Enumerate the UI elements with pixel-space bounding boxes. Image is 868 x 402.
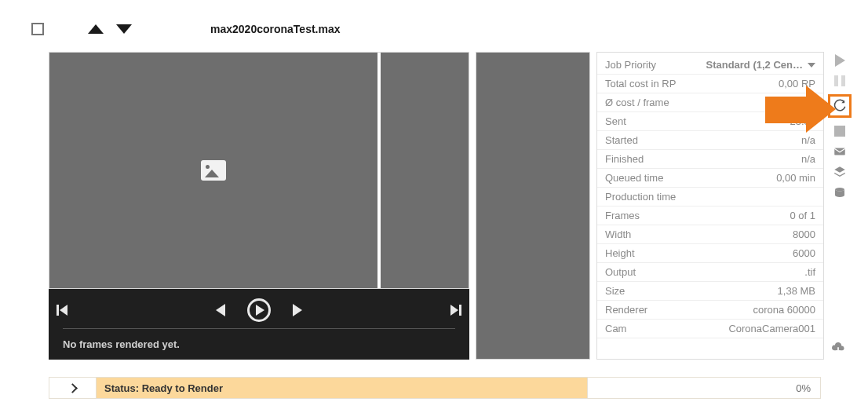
status-percent: 0% bbox=[796, 382, 811, 394]
playback-progress[interactable] bbox=[63, 328, 455, 329]
pause-job-button[interactable] bbox=[830, 72, 849, 90]
move-down-button[interactable] bbox=[116, 24, 132, 34]
preview-pane bbox=[49, 52, 469, 289]
job-filename: max2020coronaTest.max bbox=[210, 23, 341, 35]
image-placeholder-icon bbox=[201, 160, 226, 181]
info-row: Output.tif bbox=[597, 263, 823, 282]
layers-icon bbox=[833, 165, 847, 179]
preview-status-text: No frames rendered yet. bbox=[63, 338, 455, 350]
secondary-preview-pane bbox=[476, 52, 590, 360]
info-value: CoronaCamera001 bbox=[728, 323, 815, 334]
preview-side-pane bbox=[381, 53, 469, 288]
info-row: Finishedn/a bbox=[597, 150, 823, 169]
mail-icon bbox=[833, 144, 847, 159]
info-row: Startedn/a bbox=[597, 131, 823, 150]
info-label: Renderer bbox=[605, 304, 647, 316]
info-row: Frames0 of 1 bbox=[597, 206, 823, 225]
info-row: CamCoronaCamera001 bbox=[597, 320, 823, 338]
info-label: Ø cost / frame bbox=[605, 97, 669, 108]
svg-rect-0 bbox=[834, 148, 845, 155]
refresh-icon bbox=[833, 99, 847, 113]
svg-point-1 bbox=[835, 188, 844, 192]
info-value: 1,38 MB bbox=[778, 285, 815, 297]
info-value: 25:30 bbox=[790, 115, 815, 127]
info-row: Queued time0,00 min bbox=[597, 169, 823, 188]
info-row: Renderercorona 60000 bbox=[597, 301, 823, 320]
info-label: Production time bbox=[605, 191, 676, 203]
info-row: Ø cost / frameRP bbox=[597, 93, 823, 112]
disk-icon bbox=[833, 185, 847, 199]
info-label: Cam bbox=[605, 323, 626, 334]
refresh-button-highlighted[interactable] bbox=[828, 94, 852, 118]
status-bar: Status: Ready to Render 0% bbox=[49, 377, 821, 399]
info-label: Sent bbox=[605, 115, 626, 127]
download-button[interactable] bbox=[829, 339, 848, 356]
start-job-button[interactable] bbox=[830, 52, 849, 69]
info-label: Queued time bbox=[605, 172, 663, 184]
info-label: Started bbox=[605, 134, 638, 146]
info-row: Production time bbox=[597, 188, 823, 206]
dropdown-icon bbox=[808, 63, 815, 68]
job-info-panel: Job PriorityStandard (1,2 Cen…Total cost… bbox=[596, 52, 824, 360]
info-value: 0,00 min bbox=[776, 172, 815, 184]
info-label: Height bbox=[605, 247, 635, 259]
info-value: RP bbox=[801, 97, 815, 108]
status-expand-button[interactable] bbox=[49, 378, 97, 398]
info-label: Total cost in RP bbox=[605, 78, 676, 90]
next-frame-button[interactable] bbox=[293, 304, 302, 316]
info-label: Output bbox=[605, 266, 636, 278]
info-row: Job PriorityStandard (1,2 Cen… bbox=[597, 56, 823, 75]
info-value: 6000 bbox=[793, 247, 815, 259]
info-row: Total cost in RP0,00 RP bbox=[597, 75, 823, 93]
cloud-download-icon bbox=[830, 340, 846, 356]
play-button[interactable] bbox=[247, 298, 271, 322]
status-label: Status: Ready to Render bbox=[97, 378, 588, 398]
info-label: Job Priority bbox=[605, 59, 656, 71]
info-value: 0 of 1 bbox=[790, 210, 815, 221]
info-row: Sent25:30 bbox=[597, 112, 823, 131]
info-value: 8000 bbox=[793, 228, 815, 240]
info-row: Size1,38 MB bbox=[597, 282, 823, 301]
mail-button[interactable] bbox=[830, 143, 849, 160]
move-up-button[interactable] bbox=[88, 24, 104, 34]
select-checkbox[interactable] bbox=[31, 23, 44, 35]
info-row: Height6000 bbox=[597, 244, 823, 263]
info-label: Finished bbox=[605, 153, 644, 165]
info-value: .tif bbox=[804, 266, 815, 278]
info-value[interactable]: Standard (1,2 Cen… bbox=[706, 59, 815, 71]
info-value: 0,00 RP bbox=[779, 78, 815, 90]
info-label: Size bbox=[605, 285, 625, 297]
playback-controls: No frames rendered yet. bbox=[49, 289, 469, 360]
info-value: corona 60000 bbox=[753, 304, 815, 316]
info-label: Width bbox=[605, 228, 631, 240]
prev-frame-button[interactable] bbox=[216, 304, 225, 316]
layers-button[interactable] bbox=[830, 163, 849, 181]
info-row: Width8000 bbox=[597, 225, 823, 244]
info-label: Frames bbox=[605, 210, 640, 221]
info-value: n/a bbox=[801, 153, 815, 165]
disk-button[interactable] bbox=[830, 184, 849, 201]
info-value: n/a bbox=[801, 134, 815, 146]
chevron-right-icon bbox=[67, 383, 78, 393]
stop-job-button[interactable] bbox=[830, 122, 849, 140]
